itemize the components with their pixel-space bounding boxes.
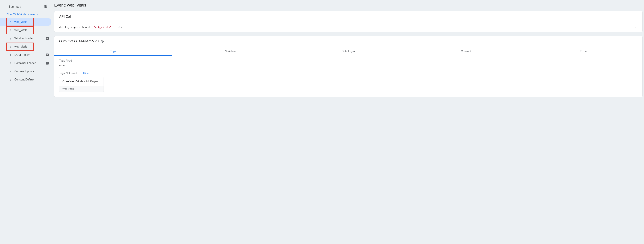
output-card: Output of GTM-PMZ5VPR TagsVariablesData … xyxy=(54,36,643,97)
event-label: Window Loaded xyxy=(14,37,42,40)
api-call-code-suffix: , ...}) xyxy=(112,26,122,29)
event-item[interactable]: 6Window Loaded<> xyxy=(0,34,52,43)
output-container-id: GTM-PMZ5VPR xyxy=(74,39,99,43)
events-list: 8web_vitals7web_vitals6Window Loaded<>5w… xyxy=(0,18,52,84)
api-call-card: API Call dataLayer.push({event: "web_vit… xyxy=(54,11,643,32)
event-number: 8 xyxy=(8,21,11,24)
chevron-down-icon xyxy=(3,13,5,16)
event-label: web_vitals xyxy=(14,21,49,24)
event-item[interactable]: 3Container Loaded<> xyxy=(0,59,52,67)
expand-icon[interactable] xyxy=(634,25,638,29)
output-tabs: TagsVariablesData LayerConsentErrors xyxy=(54,47,642,56)
page-title: Event: web_vitals xyxy=(54,3,643,8)
tags-tab-body: Tags Fired None Tags Not Fired Hide Core… xyxy=(54,56,642,97)
output-header: Output of GTM-PMZ5VPR xyxy=(54,36,642,47)
clear-summary-icon[interactable] xyxy=(44,5,47,9)
event-number: 7 xyxy=(8,29,11,32)
sidebar: Summary Core Web Vitals measurem… 8web_v… xyxy=(0,0,52,88)
tag-card[interactable]: Core Web Vitals - All PagesWeb Vitals xyxy=(59,77,104,92)
event-number: 2 xyxy=(8,70,11,73)
output-header-prefix: Output of xyxy=(59,39,74,43)
tab-tags[interactable]: Tags xyxy=(54,47,172,56)
event-label: Consent Update xyxy=(14,70,49,73)
event-item[interactable]: 8web_vitals xyxy=(0,18,52,26)
tag-card-title: Core Web Vitals - All Pages xyxy=(59,77,104,86)
event-item[interactable]: 1Consent Default xyxy=(0,76,52,84)
api-call-code-string: "web_vitals" xyxy=(94,26,112,29)
tags-fired-none: None xyxy=(59,64,638,67)
svg-point-4 xyxy=(102,42,102,42)
summary-row[interactable]: Summary xyxy=(0,3,52,10)
api-call-code: dataLayer.push({event: "web_vitals", ...… xyxy=(59,26,122,29)
event-number: 4 xyxy=(8,54,11,57)
event-number: 5 xyxy=(8,45,11,48)
help-icon[interactable] xyxy=(101,40,104,43)
event-label: Consent Default xyxy=(14,78,49,81)
event-label: Container Loaded xyxy=(14,62,42,65)
tags-fired-label: Tags Fired xyxy=(59,59,638,62)
event-item[interactable]: 5web_vitals xyxy=(0,43,52,51)
event-label: DOM Ready xyxy=(14,53,42,57)
tag-card-subtitle: Web Vitals xyxy=(59,86,104,92)
api-call-code-prefix: dataLayer.push({event: xyxy=(59,26,94,29)
event-number: 1 xyxy=(8,78,11,81)
event-item[interactable]: 2Consent Update xyxy=(0,67,52,76)
api-call-body[interactable]: dataLayer.push({event: "web_vitals", ...… xyxy=(54,22,642,32)
summary-group-label: Core Web Vitals measurem… xyxy=(7,13,42,16)
svg-rect-0 xyxy=(46,6,47,7)
svg-rect-2 xyxy=(46,7,47,8)
event-label: web_vitals xyxy=(14,29,49,32)
tab-variables[interactable]: Variables xyxy=(172,47,290,56)
tab-data-layer[interactable]: Data Layer xyxy=(290,47,407,56)
code-badge-icon: <> xyxy=(46,62,49,65)
tags-not-fired-list: Core Web Vitals - All PagesWeb Vitals xyxy=(59,77,638,93)
event-item[interactable]: 7web_vitals xyxy=(0,26,52,34)
event-number: 6 xyxy=(8,37,11,40)
main: Event: web_vitals API Call dataLayer.pus… xyxy=(52,0,644,103)
event-item[interactable]: 4DOM Ready<> xyxy=(0,51,52,59)
event-number: 3 xyxy=(8,62,11,65)
event-label: web_vitals xyxy=(14,45,49,48)
tab-consent[interactable]: Consent xyxy=(407,47,525,56)
svg-rect-1 xyxy=(46,7,47,7)
summary-group[interactable]: Core Web Vitals measurem… xyxy=(0,12,52,17)
hide-not-fired-link[interactable]: Hide xyxy=(83,72,89,75)
tags-not-fired-label: Tags Not Fired xyxy=(59,72,77,75)
summary-label: Summary xyxy=(8,5,21,9)
code-badge-icon: <> xyxy=(46,54,49,56)
code-badge-icon: <> xyxy=(46,37,49,40)
tab-errors[interactable]: Errors xyxy=(525,47,642,56)
api-call-header: API Call xyxy=(54,11,642,22)
